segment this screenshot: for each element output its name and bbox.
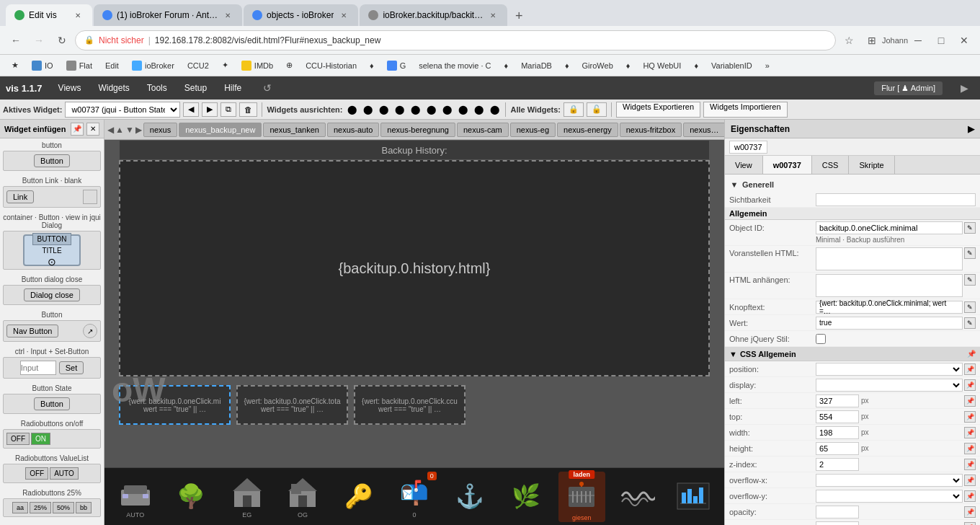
pp-tab-view[interactable]: View [725, 156, 763, 174]
nav-down-btn[interactable]: ▼ [125, 125, 134, 135]
pp-top-input[interactable] [816, 410, 859, 423]
pp-position-pin[interactable]: 📌 [964, 363, 976, 375]
nav-crumb-nexus-backup-new[interactable]: nexus_backup_new [179, 123, 262, 137]
radio-25a[interactable]: aa [12, 502, 28, 513]
extensions-button[interactable]: ⊞ [862, 30, 882, 50]
bookmark-star2[interactable]: ✦ [216, 59, 234, 71]
tab-close-github[interactable]: ✕ [487, 9, 499, 21]
pp-html-anhaengen-textarea[interactable] [816, 274, 963, 297]
pp-objectid-value[interactable]: backitup.0.oneClick.minimal [816, 221, 963, 234]
bb-icon-wave[interactable] [614, 472, 661, 522]
bookmark-giroweb[interactable]: GiroWeb [576, 60, 619, 71]
radio-off2-btn[interactable]: OFF [25, 467, 48, 480]
pp-display-select[interactable] [816, 379, 963, 392]
bookmark-diamond3[interactable]: ♦ [559, 60, 575, 71]
bookmark-star-icon[interactable]: ★ [6, 59, 24, 71]
nav-crumb-nexus-cam[interactable]: nexus-cam [457, 123, 509, 137]
pp-opacity-pin[interactable]: 📌 [964, 506, 976, 518]
bookmark-g[interactable]: G [381, 59, 412, 72]
nav-crumb-nexus-tanken[interactable]: nexus_tanken [263, 123, 326, 137]
pp-css-allgemein-pin[interactable]: 📌 [967, 350, 976, 358]
nav-prev-btn[interactable]: ◀ [107, 125, 114, 135]
tab-edit-vis[interactable]: Edit vis ✕ [6, 4, 92, 26]
widget-btn-dialog-close[interactable]: Dialog close [24, 288, 80, 301]
user-button[interactable]: Johann [885, 30, 905, 50]
nav-crumb-nexus-fritzbox[interactable]: nexus-fritzbox [620, 123, 682, 137]
nav-setup[interactable]: Setup [177, 80, 214, 96]
pp-cursor-input[interactable] [816, 521, 859, 526]
radio-off-btn[interactable]: OFF [6, 433, 30, 445]
left-panel-close[interactable]: ✕ [86, 123, 99, 136]
bookmark-ccu2[interactable]: CCU2 [182, 60, 215, 71]
bookmark-variablenid[interactable]: VariablenID [705, 60, 758, 71]
bookmark-iobroker[interactable]: ioBroker [126, 59, 180, 72]
bookmark-more[interactable]: » [760, 60, 775, 71]
nav-tools[interactable]: Tools [140, 80, 174, 96]
nav-next-btn[interactable]: ▶ [135, 125, 142, 135]
widget-select[interactable]: w00737 (jqui - Button State) [65, 102, 180, 118]
tab-close-edit-vis[interactable]: ✕ [72, 9, 84, 21]
bookmark-mariadb[interactable]: MariaDB [515, 60, 558, 71]
pp-cursor-pin[interactable]: 📌 [964, 522, 976, 526]
close-window-button[interactable]: ✕ [954, 30, 974, 50]
back-button[interactable]: ← [6, 30, 26, 50]
undo-icon[interactable]: ↺ [257, 78, 277, 98]
alle-widgets-unlock[interactable]: 🔓 [587, 102, 607, 117]
canvas-area[interactable]: Backup History: {backitup.0.history.html… [104, 140, 724, 467]
canvas-btn-widget-2[interactable]: {wert: backitup.0.oneClick.tota wert ===… [236, 385, 348, 425]
bb-icon-plant[interactable]: 🌿 [502, 472, 549, 522]
pp-overflowy-pin[interactable]: 📌 [964, 490, 976, 502]
pp-overflowy-select[interactable] [816, 490, 963, 503]
align-space-h[interactable]: ⬤ [440, 103, 453, 116]
widget-set-btn[interactable]: Set [59, 361, 84, 374]
pp-overflowx-pin[interactable]: 📌 [964, 475, 976, 486]
bookmark-selena[interactable]: selena the movie · C [413, 60, 496, 71]
align-center-h[interactable]: ⬤ [361, 103, 374, 116]
widget-btn-link[interactable]: Link [6, 190, 34, 203]
bookmark-flat[interactable]: Flat [61, 59, 98, 72]
align-left[interactable]: ⬤ [345, 103, 358, 116]
nav-views[interactable]: Views [51, 80, 89, 96]
expand-icon[interactable]: ▶ [954, 78, 974, 98]
pp-nojquery-checkbox[interactable] [816, 334, 826, 344]
nav-crumb-nexus-more[interactable]: nexus… [683, 123, 724, 137]
pp-height-pin[interactable]: 📌 [964, 443, 976, 454]
pp-voranstellen-edit[interactable]: ✎ [964, 247, 976, 259]
pp-tab-css[interactable]: CSS [812, 156, 850, 174]
align-same-w[interactable]: ⬤ [472, 103, 485, 116]
tab-objects[interactable]: objects - ioBroker ✕ [244, 4, 358, 26]
nav-hilfe[interactable]: Hilfe [217, 80, 249, 96]
alle-widgets-lock[interactable]: 🔒 [564, 102, 584, 117]
tab-forum[interactable]: (1) ioBroker Forum · Ant… ✕ [94, 4, 242, 26]
widget-delete-btn[interactable]: 🗑 [239, 102, 257, 117]
maximize-button[interactable]: □ [931, 30, 951, 50]
bookmark-io[interactable]: IO [26, 59, 59, 72]
tab-close-forum[interactable]: ✕ [222, 9, 233, 21]
nav-up-btn[interactable]: ▲ [115, 125, 124, 135]
pp-left-pin[interactable]: 📌 [964, 395, 976, 407]
widget-prev-btn[interactable]: ◀ [183, 102, 199, 117]
pp-height-input[interactable] [816, 442, 859, 455]
address-bar[interactable]: 🔒 Nicht sicher | 192.168.178.2:8082/vis/… [75, 30, 836, 50]
align-right[interactable]: ⬤ [377, 103, 390, 116]
bookmark-diamond5[interactable]: ♦ [688, 60, 704, 71]
canvas-main-widget[interactable]: {backitup.0.history.html} [119, 160, 710, 376]
bb-icon-eg[interactable]: EG [223, 472, 270, 522]
bookmark-diamond2[interactable]: ♦ [499, 60, 514, 71]
bookmark-diamond[interactable]: ♦ [364, 60, 380, 71]
widget-btn-button[interactable]: Button [34, 154, 70, 167]
left-panel-pin[interactable]: 📌 [71, 123, 84, 136]
widget-input[interactable] [20, 361, 56, 375]
widget-next-btn[interactable]: ▶ [202, 102, 218, 117]
bookmark-star[interactable]: ☆ [839, 30, 859, 50]
widget-btn-state[interactable]: Button [34, 397, 70, 410]
align-bottom[interactable]: ⬤ [424, 103, 437, 116]
pp-display-pin[interactable]: 📌 [964, 379, 976, 391]
pp-width-pin[interactable]: 📌 [964, 427, 976, 438]
radio-auto-btn[interactable]: AUTO [50, 467, 79, 480]
bb-icon-chart[interactable] [670, 472, 717, 522]
pp-objectid-edit-btn[interactable]: ✎ [964, 222, 976, 234]
bookmark-edit[interactable]: Edit [99, 60, 125, 71]
pp-wert-value[interactable]: true [816, 317, 963, 330]
widgets-exportieren-btn[interactable]: Widgets Exportieren [616, 102, 700, 118]
